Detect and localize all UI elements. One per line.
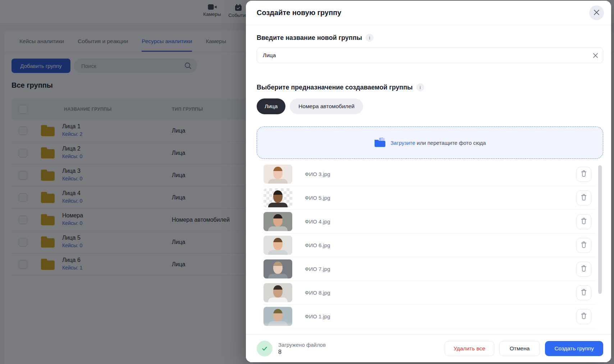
upload-dropzone[interactable]: Загрузите или перетащите фото сюда [257,126,603,159]
purpose-option-pill[interactable]: Номера автомобилей [290,98,363,114]
trash-icon [581,241,587,249]
group-name-field[interactable] [257,47,603,63]
file-name: ФИО 3.jpg [305,171,330,177]
info-icon[interactable]: i [366,34,374,42]
photo-thumbnail [264,236,292,255]
torso-placeholder [268,179,288,184]
file-row: ФИО 6.jpg [264,234,596,257]
file-list: ФИО 3.jpg ФИО 5.jpg [246,162,611,334]
file-row: ФИО 8.jpg [264,281,596,305]
face-placeholder [273,214,283,226]
delete-file-button[interactable] [576,167,591,182]
file-row: ФИО 3.jpg [264,162,596,186]
delete-file-button[interactable] [576,190,591,206]
torso-placeholder [268,226,288,231]
delete-file-button[interactable] [576,285,591,300]
trash-icon [581,289,587,296]
group-name-input[interactable] [263,52,587,59]
upload-status: Загружено файлов 8 [257,341,326,356]
pill-label: Номера автомобилей [298,103,354,110]
modal-body: Введите название новой группы i Выберите… [246,25,611,334]
list-bottom-fade [246,322,605,334]
create-group-modal: Создайте новую группу Введите название н… [246,1,611,362]
modal-header: Создайте новую группу [246,1,611,25]
file-name: ФИО 6.jpg [305,242,330,248]
file-row: ФИО 4.jpg [264,210,596,234]
face-placeholder [273,190,283,203]
file-list-wrap: ФИО 3.jpg ФИО 5.jpg [246,162,611,334]
footer-buttons: Удалить все Отмена Создать группу [445,341,603,356]
upload-hint: или перетащите фото сюда [417,140,486,146]
section-label-text: Введите название новой группы [257,34,362,42]
file-name: ФИО 4.jpg [305,218,330,225]
status-label: Загружено файлов [278,342,326,348]
file-name: ФИО 5.jpg [305,195,330,201]
purpose-option-pill[interactable]: Лица [257,98,285,114]
photo-thumbnail [264,212,292,231]
torso-placeholder [268,203,288,207]
trash-icon [581,265,587,273]
file-name: ФИО 8.jpg [305,290,330,296]
delete-file-button[interactable] [576,262,591,277]
cancel-button[interactable]: Отмена [499,341,540,356]
trash-icon [581,313,587,320]
file-name: ФИО 1.jpg [305,313,330,319]
purpose-toggle: Лица Номера автомобилей [257,98,603,114]
status-texts: Загружено файлов 8 [278,342,326,355]
file-name: ФИО 7.jpg [305,266,330,272]
purpose-section-label: Выберите предназначение создаваемой груп… [257,83,603,91]
success-check-icon [257,341,272,356]
photo-thumbnail [264,259,292,278]
upload-link[interactable]: Загрузите [390,140,415,146]
delete-file-button[interactable] [576,238,591,253]
upload-text: Загрузите или перетащите фото сюда [390,140,486,146]
torso-placeholder [268,274,288,278]
photo-thumbnail [264,188,292,207]
face-placeholder [273,262,283,274]
torso-placeholder [268,298,288,302]
scrollbar-thumb[interactable] [598,165,602,294]
modal-footer: Загружено файлов 8 Удалить все Отмена Со… [246,334,611,362]
file-row: ФИО 5.jpg [264,186,596,210]
face-placeholder [273,285,283,298]
info-icon[interactable]: i [416,83,424,91]
modal-title: Создайте новую группу [257,9,341,17]
upload-folder-icon [374,137,386,148]
create-group-button[interactable]: Создать группу [545,341,603,356]
section-label-text: Выберите предназначение создаваемой груп… [257,84,413,91]
name-section-label: Введите название новой группы i [257,34,603,42]
face-placeholder [273,238,283,250]
face-placeholder [273,309,283,321]
close-icon [594,10,599,16]
delete-file-button[interactable] [576,214,591,229]
photo-thumbnail [264,283,292,302]
trash-icon [581,194,587,202]
trash-icon [581,218,587,225]
face-placeholder [273,167,283,179]
pill-label: Лица [265,103,278,110]
torso-placeholder [268,250,288,255]
files-count: 8 [278,349,326,355]
delete-all-button[interactable]: Удалить все [445,341,494,356]
clear-input-icon[interactable] [593,53,598,59]
file-row: ФИО 7.jpg [264,257,596,281]
trash-icon [581,170,587,178]
close-button[interactable] [589,5,604,20]
photo-thumbnail [264,165,292,184]
